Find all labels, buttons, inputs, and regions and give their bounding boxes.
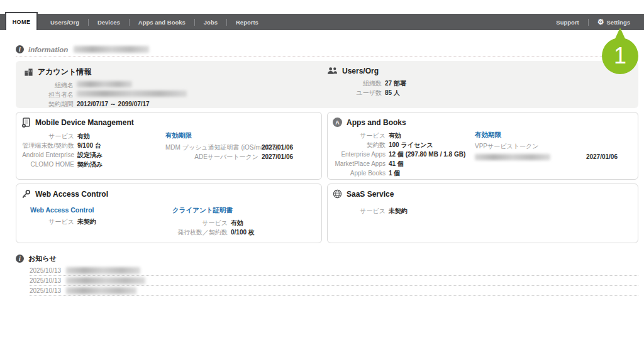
- user-count-value: 85 人: [385, 88, 400, 97]
- mdm-push-cert-row: MDM プッシュ通知証明書 (iOS/macOS) 2027/01/06: [165, 143, 293, 152]
- tab-users-org[interactable]: Users/Org: [42, 14, 88, 30]
- notices-header: i お知らせ: [16, 254, 638, 263]
- apps-service-row: サービス 有効: [333, 131, 475, 140]
- tab-apps-and-books[interactable]: Apps and Books: [130, 14, 194, 30]
- apps-books-card: A Apps and Books サービス 有効 契約数 100 ライセンス E…: [327, 112, 638, 180]
- saas-service-row: サービス 未契約: [333, 206, 638, 216]
- wac-service-link[interactable]: Web Access Control: [30, 206, 172, 214]
- mdm-devices-value: 9/100 台: [77, 141, 101, 150]
- users-org-section: Users/Org 組織数 27 部署 ユーザ数 85 人: [327, 67, 638, 108]
- tab-jobs[interactable]: Jobs: [195, 14, 226, 30]
- apps-status-column: サービス 有効 契約数 100 ライセンス Enterprise Apps 12…: [333, 131, 475, 178]
- annotation-step-badge: 1: [602, 38, 638, 74]
- account-info-section: アカウント情報 組織名 担当者名 契約期間 2012/07/17 ～ 2099/…: [16, 67, 327, 108]
- client-cert-link[interactable]: クライアント証明書: [172, 206, 255, 215]
- key-icon: [21, 189, 31, 199]
- mdm-clomo-home-label: CLOMO HOME: [21, 160, 74, 169]
- tab-home[interactable]: HOME: [5, 12, 38, 30]
- account-info-title[interactable]: アカウント情報: [38, 67, 91, 77]
- client-cert-issued-label: 発行枚数／契約数: [172, 228, 228, 237]
- apps-apple-books-label: Apple Books: [333, 168, 386, 178]
- mdm-service-row: サービス 有効: [21, 131, 165, 141]
- cards-row-2: Web Access Control Web Access Control サー…: [16, 184, 638, 243]
- main-content: i information アカウント情報 組織名 担当者名: [16, 43, 638, 296]
- notice-row[interactable]: 2025/10/13: [30, 286, 638, 296]
- users-org-title[interactable]: Users/Org: [342, 67, 379, 75]
- mdm-android-label: Android Enterprise: [21, 150, 74, 160]
- manager-name-row: 担当者名: [24, 90, 327, 99]
- tab-reports[interactable]: Reports: [227, 14, 267, 30]
- saas-rows: サービス 未契約: [333, 206, 638, 216]
- saas-service-value: 未契約: [389, 206, 408, 216]
- apps-license-value: 100 ライセンス: [389, 140, 433, 150]
- cards-row-1: Mobile Device Management サービス 有効 管理端末数/契…: [16, 112, 638, 180]
- saas-header: SaaS Service: [333, 189, 638, 199]
- notice-date: 2025/10/13: [30, 287, 66, 294]
- user-count-label: ユーザ数: [327, 88, 382, 97]
- wac-service-value: 未契約: [77, 217, 96, 226]
- apps-license-label: 契約数: [333, 140, 386, 150]
- manager-name-label: 担当者名: [24, 90, 74, 99]
- apps-service-label: サービス: [333, 131, 386, 140]
- wac-service-column: Web Access Control サービス 未契約: [21, 206, 172, 237]
- redacted-notice-title: [66, 267, 140, 274]
- redacted-information-text: [74, 46, 149, 53]
- tab-devices[interactable]: Devices: [89, 14, 129, 30]
- org-name-value: [77, 80, 132, 90]
- apps-expiry-link[interactable]: 有効期限: [475, 131, 638, 140]
- mobile-device-icon: [21, 118, 31, 128]
- wac-title: Web Access Control: [35, 190, 108, 199]
- notice-row[interactable]: 2025/10/13: [30, 276, 638, 286]
- apps-books-columns: サービス 有効 契約数 100 ライセンス Enterprise Apps 12…: [333, 131, 638, 178]
- gear-icon: ⚙: [597, 18, 604, 26]
- saas-card: SaaS Service サービス 未契約: [327, 184, 638, 243]
- apps-books-header: A Apps and Books: [333, 118, 638, 127]
- apps-marketplace-row: MarketPlace Apps 41 個: [333, 159, 475, 168]
- mdm-expiry-link[interactable]: 有効期限: [165, 131, 293, 140]
- globe-icon: [333, 189, 342, 199]
- org-count-row: 組織数 27 部署: [327, 79, 638, 88]
- apps-enterprise-row: Enterprise Apps 12 個 (297.80 MB / 1.8 GB…: [333, 150, 475, 159]
- apps-enterprise-label: Enterprise Apps: [333, 150, 386, 159]
- information-title: information: [28, 46, 68, 53]
- wac-service-label: サービス: [21, 217, 74, 226]
- apps-enterprise-value: 12 個 (297.80 MB / 1.8 GB): [389, 150, 465, 159]
- nav-items: Users/Org Devices Apps and Books Jobs Re…: [42, 14, 267, 30]
- support-link[interactable]: Support: [547, 14, 587, 30]
- mdm-header: Mobile Device Management: [21, 118, 321, 128]
- wac-header: Web Access Control: [21, 189, 321, 199]
- notice-date: 2025/10/13: [30, 277, 66, 284]
- notice-row[interactable]: 2025/10/13: [30, 266, 638, 276]
- client-cert-issued-value: 0/100 枚: [231, 228, 255, 237]
- redacted-vpp-token-name: [475, 154, 550, 160]
- mdm-android-row: Android Enterprise 設定済み: [21, 150, 165, 160]
- notice-info-icon: i: [16, 255, 24, 263]
- nav-right: Support ⚙ Settings: [547, 14, 644, 30]
- contract-period-value: 2012/07/17 ～ 2099/07/17: [77, 99, 150, 109]
- notices-title: お知らせ: [28, 254, 57, 263]
- saas-title: SaaS Service: [347, 190, 394, 199]
- redacted-notice-title: [66, 277, 145, 284]
- settings-label: Settings: [607, 19, 630, 26]
- account-info-header: アカウント情報: [24, 67, 327, 77]
- vpp-token-expiry-date: 2027/01/06: [586, 153, 618, 160]
- contract-period-label: 契約期間: [24, 99, 74, 109]
- org-name-row: 組織名: [24, 80, 327, 90]
- mdm-columns: サービス 有効 管理端末数/契約数 9/100 台 Android Enterp…: [21, 131, 321, 169]
- mdm-title: Mobile Device Management: [35, 118, 134, 127]
- apps-expiry-column: 有効期限 VPPサービストークン 2027/01/06: [475, 131, 638, 178]
- mdm-status-column: サービス 有効 管理端末数/契約数 9/100 台 Android Enterp…: [21, 131, 165, 169]
- mdm-push-cert-label: MDM プッシュ通知証明書 (iOS/macOS): [165, 143, 258, 152]
- client-cert-service-row: サービス 有効: [172, 218, 255, 228]
- notice-date: 2025/10/13: [30, 267, 66, 274]
- mdm-devices-row: 管理端末数/契約数 9/100 台: [21, 141, 165, 150]
- account-summary-card: アカウント情報 組織名 担当者名 契約期間 2012/07/17 ～ 2099/…: [16, 61, 638, 108]
- apps-apple-books-value: 1 個: [389, 168, 400, 178]
- mdm-ade-token-value: 2027/01/06: [262, 152, 293, 162]
- org-name-label: 組織名: [24, 80, 74, 90]
- users-org-rows: 組織数 27 部署 ユーザ数 85 人: [327, 79, 638, 97]
- apps-books-title: Apps and Books: [347, 118, 406, 127]
- wac-service-row: サービス 未契約: [21, 217, 172, 226]
- mdm-clomo-home-value: 契約済み: [77, 160, 103, 169]
- building-icon: [24, 67, 33, 77]
